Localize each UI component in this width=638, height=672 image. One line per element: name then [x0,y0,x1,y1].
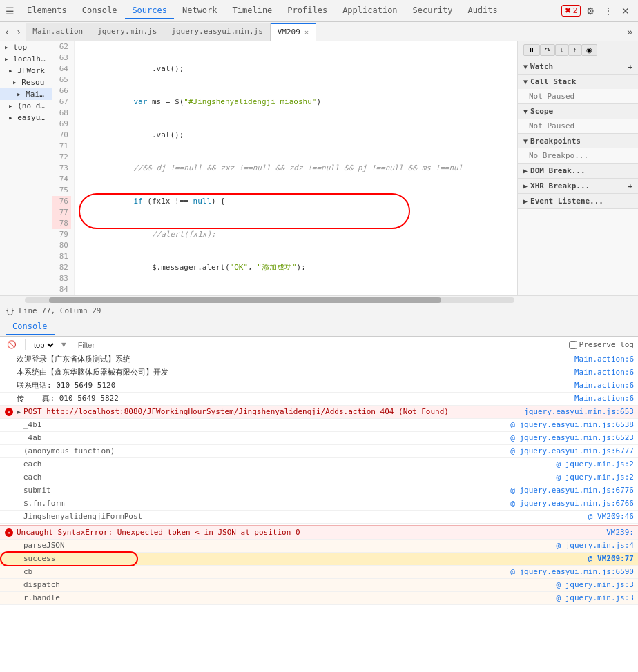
console-tab[interactable]: Console [6,319,55,335]
console-source[interactable]: @ VM209:77 [580,553,634,564]
console-text: cb [23,566,502,577]
step-over-button[interactable]: ↷ [540,44,555,56]
h-scrollbar-track[interactable] [25,297,514,303]
console-source[interactable]: @ jquery.min.js:3 [548,580,634,591]
console-source[interactable]: @ jquery.easyui.min.js:6538 [502,419,634,431]
console-text: JingshenyalidengjiFormPost [23,511,580,522]
devtools-error-count[interactable]: ✖ 2 [561,5,581,17]
console-source[interactable]: Main.action:6 [566,380,634,391]
xhr-bp-header[interactable]: ▶ XHR Breakp... + [518,179,638,193]
console-source[interactable]: @ jquery.min.js:2 [548,459,634,470]
expand-tabs-icon[interactable]: » [624,25,635,39]
sidebar-item-localhost[interactable]: ▸ localhost: [0,53,52,65]
preserve-log-label: Preserve log [579,340,634,349]
console-text: parseJSON [23,540,548,551]
console-stack-line: _4b1 @ jquery.easyui.min.js:6538 [0,419,638,432]
devtools-tab-elements[interactable]: Elements [20,3,74,19]
console-source[interactable]: @ jquery.easyui.min.js:6590 [502,566,634,577]
scope-header[interactable]: ▼ Scope [518,104,638,119]
console-source[interactable]: @ VM209:46 [580,511,634,522]
step-into-button[interactable]: ↓ [555,44,568,56]
console-source[interactable]: @ jquery.easyui.min.js:6777 [502,446,634,457]
h-scrollbar-thumb[interactable] [49,297,441,303]
watch-header[interactable]: ▼ Watch + [518,59,638,74]
console-source[interactable]: jquery.easyui.min.js:653 [516,406,634,417]
console-output[interactable]: 欢迎登录【广东省体质测试】系统 Main.action:6 本系统由【鑫东华脑体… [0,353,638,622]
console-text: POST http://localhost:8080/JFWorkingHour… [23,406,516,417]
console-text: Uncaught SyntaxError: Unexpected token <… [17,527,598,538]
devtools-tab-timeline[interactable]: Timeline [226,3,280,19]
sidebar-item-main[interactable]: ▸ Main. [0,88,52,100]
console-text: 欢迎登录【广东省体质测试】系统 [17,354,566,365]
sidebar-item-jfwork[interactable]: ▸ JFWork [0,65,52,77]
console-stack-line: each @ jquery.min.js:2 [0,471,638,484]
scope-content: Not Paused [518,119,638,133]
xhr-add-icon[interactable]: + [628,181,632,190]
file-tab-vm209[interactable]: VM209 ✕ [271,23,316,41]
console-source[interactable]: @ jquery.easyui.min.js:6776 [502,485,634,496]
close-vm209-icon[interactable]: ✕ [304,28,309,36]
sidebar-item-easyui[interactable]: ▸ easyui_fra [0,112,52,123]
close-devtools-icon[interactable]: ✕ [619,4,632,18]
event-listeners-header[interactable]: ▶ Event Listene... [518,194,638,208]
horizontal-scrollbar[interactable] [0,295,638,304]
console-source[interactable]: @ jquery.easyui.min.js:6523 [502,433,634,444]
console-filter-input[interactable] [78,341,563,349]
devtools-tab-audits[interactable]: Audits [461,3,504,19]
watch-add-icon[interactable]: + [628,62,632,71]
console-context-select[interactable]: top [31,340,56,350]
console-source[interactable]: @ jquery.min.js:3 [548,593,634,604]
sidebar-item-resou[interactable]: ▸ Resou [0,77,52,88]
more-tools-icon[interactable]: ⋮ [601,4,616,18]
step-out-button[interactable]: ↑ [568,44,581,56]
console-source[interactable]: @ jquery.min.js:2 [548,472,634,483]
console-source[interactable]: Main.action:6 [566,367,634,378]
pause-button[interactable]: ⏸ [523,44,540,56]
devtools-menu-icon[interactable]: ☰ [6,6,14,17]
sidebar-item-top[interactable]: ▸ top [0,41,52,53]
devtools-tab-profiles[interactable]: Profiles [280,3,334,19]
console-clear-btn[interactable]: 🚫 [4,340,19,349]
console-source[interactable]: Main.action:6 [566,393,634,404]
breakpoints-section: ▼ Breakpoints No Breakpo... [518,134,638,164]
console-text: success [23,553,580,564]
call-stack-header[interactable]: ▼ Call Stack [518,75,638,89]
file-tab-back[interactable]: ‹ [3,25,12,39]
devtools-topbar: ☰ Elements Console Sources Network Timel… [0,0,638,22]
dom-bp-arrow-icon: ▶ [523,167,528,175]
sidebar-item-nodoma[interactable]: ▸ (no doma [0,100,52,112]
file-tab-forward[interactable]: › [14,25,23,39]
sources-sidebar: ▸ top ▸ localhost: ▸ JFWork ▸ Resou ▸ Ma… [0,41,52,295]
devtools-tab-console[interactable]: Console [75,3,124,19]
file-tab-jquery-min[interactable]: jquery.min.js [90,23,164,41]
dom-breakpoints-header[interactable]: ▶ DOM Break... [518,164,638,178]
console-line: 欢迎登录【广东省体质测试】系统 Main.action:6 [0,353,638,366]
file-tab-main-action[interactable]: Main.action [26,23,90,41]
console-source[interactable]: @ jquery.easyui.min.js:6766 [502,498,634,509]
console-source[interactable]: VM239: [598,527,634,538]
preserve-log-checkbox[interactable] [569,341,577,349]
devtools-tab-sources[interactable]: Sources [125,3,174,19]
event-listeners-section: ▶ Event Listene... [518,194,638,209]
xhr-breakpoints-section: ▶ XHR Breakp... + [518,179,638,194]
code-scroll-area[interactable]: 62 63 64 65 66 67 68 69 70 71 72 73 74 7… [52,41,517,295]
console-source[interactable]: Main.action:6 [566,354,634,365]
devtools-tab-application[interactable]: Application [336,3,404,19]
scope-label: Scope [530,107,553,116]
console-output-wrapper: 欢迎登录【广东省体质测试】系统 Main.action:6 本系统由【鑫东华脑体… [0,353,638,622]
console-source[interactable]: @ jquery.min.js:4 [548,540,634,551]
devtools-tab-network[interactable]: Network [175,3,224,19]
console-stack-line: dispatch @ jquery.min.js:3 [0,579,638,592]
settings-icon[interactable]: ⚙ [583,4,598,18]
console-stack-line: r.handle @ jquery.min.js:3 [0,592,638,605]
devtools-tab-security[interactable]: Security [406,3,460,19]
deactivate-button[interactable]: ◉ [581,44,597,56]
expand-triangle-icon[interactable]: ▶ [17,406,21,417]
file-tab-jquery-easyui[interactable]: jquery.easyui.min.js [164,23,270,41]
breakpoints-header[interactable]: ▼ Breakpoints [518,134,638,148]
xhr-bp-label: XHR Breakp... [530,181,590,190]
console-text: r.handle [23,593,548,604]
brace-icon[interactable]: {} [6,306,14,315]
line-numbers: 62 63 64 65 66 67 68 69 70 71 72 73 74 7… [52,41,75,295]
console-stack-line: submit @ jquery.easyui.min.js:6776 [0,484,638,497]
